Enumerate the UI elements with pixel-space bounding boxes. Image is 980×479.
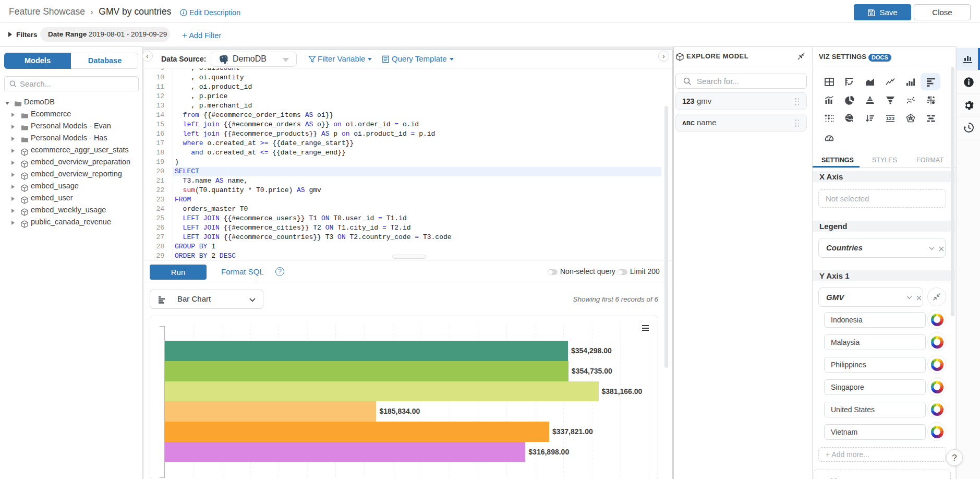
svg-text:123: 123 bbox=[886, 115, 894, 121]
